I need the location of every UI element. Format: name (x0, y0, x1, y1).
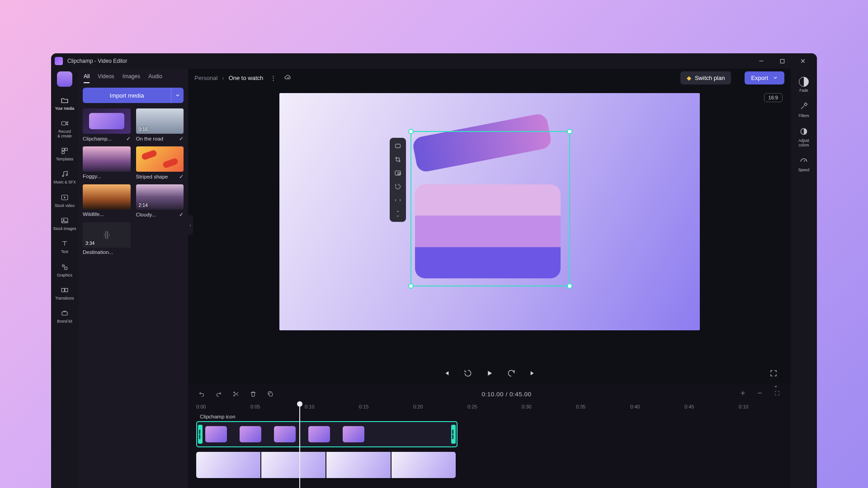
clip-thumbnail (205, 426, 227, 442)
svg-rect-17 (398, 173, 400, 174)
preview-canvas[interactable] (279, 93, 700, 330)
media-tab-audio[interactable]: Audio (148, 73, 162, 83)
media-tab-images[interactable]: Images (123, 73, 140, 83)
rail-stock-images[interactable]: Stock images (51, 212, 78, 235)
gem-icon: ◆ (687, 75, 691, 81)
resize-handle[interactable] (408, 283, 414, 289)
import-media-button[interactable]: Import media (83, 88, 171, 103)
selection-box[interactable] (410, 131, 570, 286)
added-check-icon: ✓ (126, 136, 131, 142)
app-window: Clipchamp - Video Editor Your media Reco… (51, 53, 817, 488)
timeline-clip[interactable] (196, 452, 456, 478)
stock-video-icon (60, 193, 69, 202)
text-icon (60, 239, 69, 248)
timeline-clip[interactable]: ▌▌ ▌▌ (196, 421, 458, 447)
rrail-adjust-colors[interactable]: Adjust colors (791, 123, 816, 151)
rail-transitions[interactable]: Transitions (51, 282, 78, 304)
templates-icon (60, 146, 69, 155)
rotate-button[interactable] (392, 181, 404, 192)
redo-button[interactable] (215, 390, 222, 398)
svg-rect-20 (269, 393, 272, 396)
rail-your-media[interactable]: Your media (51, 92, 78, 114)
clip-trim-handle-right[interactable]: ▌▌ (451, 425, 456, 444)
playhead[interactable] (299, 404, 300, 488)
zoom-fit-button[interactable] (774, 389, 781, 399)
clip-thumbnail (274, 426, 296, 442)
added-check-icon: ✓ (179, 136, 184, 142)
center-column: Personal › One to watch ⋮ ◆ Switch plan … (188, 69, 791, 488)
adjust-colors-icon (799, 127, 808, 137)
media-item[interactable]: Wildlife... (83, 184, 131, 218)
titlebar: Clipchamp - Video Editor (51, 53, 817, 69)
rail-templates[interactable]: Templates (51, 143, 78, 165)
graphics-icon (60, 263, 69, 272)
project-menu-button[interactable]: ⋮ (268, 75, 279, 81)
delete-button[interactable] (250, 390, 257, 398)
chevron-down-icon (773, 75, 778, 80)
timeline-ruler[interactable]: 0:00 0:05 0:10 0:15 0:20 0:25 0:30 0:35 … (196, 402, 783, 413)
media-item[interactable]: Clipchamp...✓ (83, 108, 131, 142)
cloud-sync-icon[interactable] (284, 73, 292, 83)
media-thumb (83, 108, 131, 134)
rail-graphics[interactable]: Graphics (51, 259, 78, 281)
export-button[interactable]: Export (745, 71, 784, 84)
rail-brand-kit[interactable]: Brand kit (51, 305, 78, 327)
play-button[interactable] (484, 368, 495, 379)
rail-text[interactable]: Text (51, 235, 78, 258)
clip-trim-handle-left[interactable]: ▌▌ (198, 425, 203, 444)
rrail-speed[interactable]: Speed (791, 153, 816, 176)
pip-button[interactable] (392, 168, 404, 178)
forward-button[interactable] (506, 368, 517, 379)
media-item[interactable]: Foggy... (83, 146, 131, 180)
svg-point-18 (234, 392, 235, 393)
media-thumb: 2:14 (136, 184, 184, 210)
flip-vertical-button[interactable] (392, 208, 404, 219)
collapse-panel-handle[interactable]: ‹ (188, 215, 193, 235)
rewind-button[interactable] (462, 368, 473, 379)
zoom-out-button[interactable] (756, 389, 764, 399)
media-item[interactable]: Striped shape✓ (136, 146, 184, 180)
skip-back-button[interactable] (441, 368, 452, 379)
media-tab-videos[interactable]: Videos (98, 73, 114, 83)
skip-forward-button[interactable] (528, 368, 538, 379)
timecode: 0:10.00 / 0:45.00 (482, 390, 532, 398)
split-button[interactable] (232, 390, 240, 398)
rail-music-sfx[interactable]: Music & SFX (51, 166, 78, 188)
svg-rect-11 (65, 267, 67, 269)
clip-label: Clipchamp icon (200, 414, 783, 419)
breadcrumb-project[interactable]: One to watch (229, 75, 264, 81)
rrail-fade[interactable]: Fade (791, 73, 816, 96)
resize-handle[interactable] (567, 129, 572, 134)
flip-horizontal-button[interactable] (392, 195, 404, 206)
media-item[interactable]: 3:34 Destination... (83, 222, 131, 255)
fullscreen-button[interactable] (768, 368, 779, 379)
rail-stock-video[interactable]: Stock video (51, 189, 78, 211)
import-media-dropdown[interactable] (171, 88, 184, 103)
media-panel: All Videos Images Audio Import media Cli… (78, 69, 188, 488)
switch-plan-button[interactable]: ◆ Switch plan (680, 71, 731, 84)
fit-button[interactable] (392, 141, 404, 151)
canvas-toolbar (390, 138, 406, 222)
svg-point-6 (66, 174, 67, 176)
undo-button[interactable] (198, 390, 205, 398)
aspect-ratio-pill[interactable]: 16:9 (764, 93, 783, 102)
added-check-icon: ✓ (179, 211, 184, 218)
left-rail: Your media Record & create Templates Mus… (51, 69, 78, 488)
duplicate-button[interactable] (267, 390, 274, 398)
resize-handle[interactable] (408, 129, 414, 134)
window-maximize-button[interactable] (772, 53, 793, 69)
rail-record-create[interactable]: Record & create (51, 115, 78, 142)
media-item[interactable]: 2:14 Cloudy...✓ (136, 184, 184, 218)
add-track-button[interactable] (739, 389, 746, 399)
window-minimize-button[interactable] (751, 53, 772, 69)
crop-button[interactable] (392, 154, 404, 165)
timeline-toolbar: 0:10.00 / 0:45.00 (188, 386, 791, 402)
rrail-filters[interactable]: Filters (791, 98, 816, 122)
resize-handle[interactable] (567, 283, 572, 289)
svg-rect-0 (780, 59, 784, 63)
media-item[interactable]: 0:16 On the road✓ (136, 108, 184, 142)
window-close-button[interactable] (793, 53, 813, 69)
media-tab-all[interactable]: All (84, 73, 90, 83)
timeline-collapse-button[interactable]: ⌄ (774, 382, 778, 389)
breadcrumb-workspace[interactable]: Personal (194, 75, 217, 81)
